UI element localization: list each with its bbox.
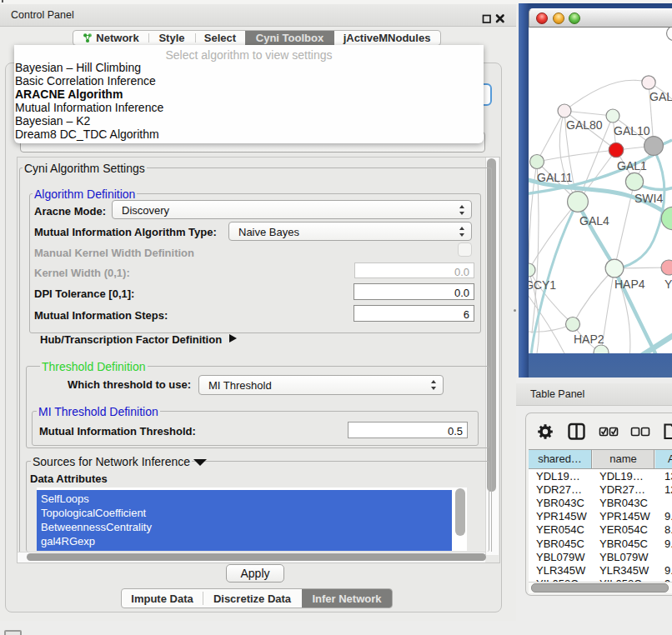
svg-text:HAP4: HAP4 [614, 278, 645, 291]
svg-text:YP: YP [664, 278, 672, 291]
svg-text:SWI4: SWI4 [634, 192, 663, 205]
svg-text:GAL1: GAL1 [617, 159, 647, 172]
svg-text:GAL4: GAL4 [579, 214, 609, 228]
svg-text:GAL11: GAL11 [537, 171, 573, 184]
svg-text:GCY1: GCY1 [529, 278, 556, 292]
svg-text:GAL80: GAL80 [566, 118, 603, 132]
svg-text:HAP2: HAP2 [574, 332, 604, 346]
svg-text:GAL10: GAL10 [614, 124, 650, 138]
svg-text:GAL7: GAL7 [649, 90, 672, 103]
